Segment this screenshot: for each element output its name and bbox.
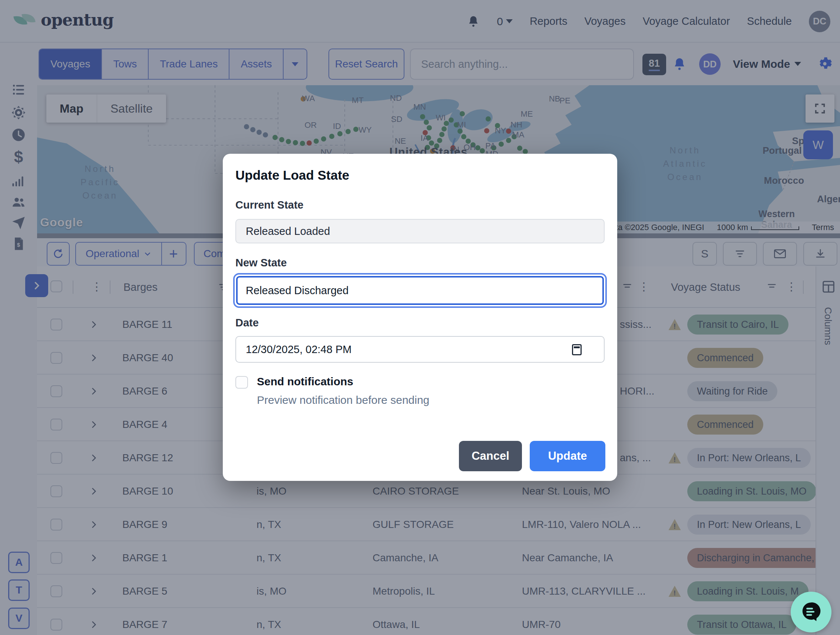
current-state-input: Released Loaded — [235, 219, 605, 243]
new-state-label: New State — [235, 257, 287, 269]
chat-bubble-icon — [800, 600, 823, 624]
chat-widget-button[interactable] — [791, 592, 832, 632]
modal-title: Update Load State — [235, 168, 349, 183]
send-notifications-label: Send notifications — [257, 375, 353, 388]
date-label: Date — [235, 317, 259, 329]
preview-notification-link[interactable]: Preview notification before sending — [257, 394, 429, 407]
send-notifications-checkbox[interactable] — [235, 376, 248, 389]
current-state-label: Current State — [235, 199, 303, 211]
update-load-state-modal: Update Load State Current State Released… — [223, 154, 617, 481]
cancel-button[interactable]: Cancel — [459, 441, 522, 471]
new-state-select[interactable]: Released Discharged — [233, 273, 607, 308]
date-input[interactable]: 12/30/2025, 02:48 PM — [235, 336, 605, 363]
calendar-icon[interactable] — [572, 344, 582, 355]
update-button[interactable]: Update — [530, 441, 605, 471]
